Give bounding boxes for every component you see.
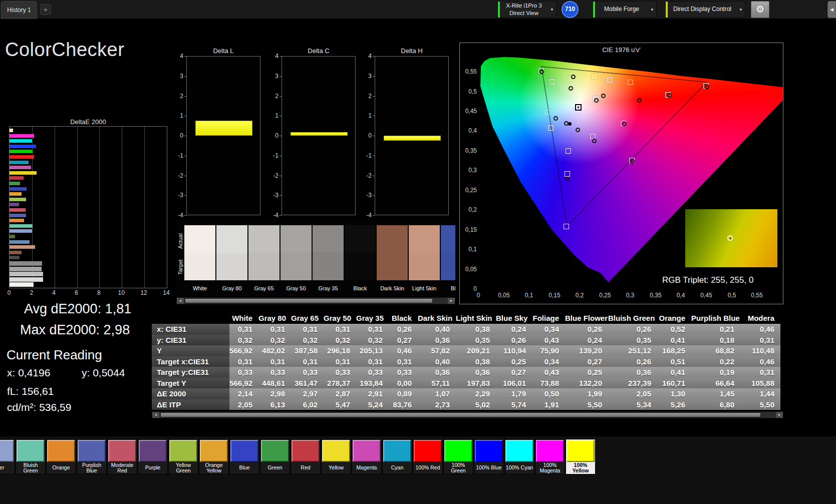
patch-color-swatch	[0, 440, 14, 462]
table-cell: 0,46	[740, 324, 780, 335]
column-header-bluish-green: Bluish Green	[608, 312, 657, 324]
cie-target-square	[565, 171, 570, 177]
tick-mark	[280, 76, 282, 77]
table-row-y-cie31: y: CIE310,320,320,320,320,320,270,360,35…	[152, 335, 783, 346]
patch-button-moderate-red[interactable]: Moderate Red	[107, 439, 137, 474]
patch-button-red[interactable]: Red	[291, 439, 321, 474]
delta-bar	[195, 121, 252, 136]
patch-button-100-yellow[interactable]: 100% Yellow	[566, 439, 596, 474]
deltae-chart-title: DeltaE 2000	[9, 118, 167, 126]
table-cell: 2,05	[608, 388, 657, 399]
patch-button-purplish-blue[interactable]: Purplish Blue	[77, 439, 107, 474]
swatch-gray-65: Gray 65	[248, 225, 280, 295]
patch-button-yellow-green[interactable]: Yellow Green	[168, 439, 198, 474]
table-cell: 0,32	[356, 335, 389, 346]
patch-button-magenta[interactable]: Magenta	[352, 439, 382, 474]
zoom-point-marker	[727, 235, 733, 241]
patch-button-bluish-green[interactable]: Bluish Green	[16, 439, 46, 474]
scroll-thumb[interactable]	[160, 412, 761, 417]
y-axis-tick-label: 3	[361, 73, 372, 80]
patch-button-yellow[interactable]: Yellow	[321, 439, 351, 474]
column-header-dark-skin: Dark Skin	[418, 312, 456, 324]
cie-measured-point	[553, 116, 558, 121]
meter-count-badge[interactable]: 710	[562, 1, 579, 18]
patch-button-orange-yellow[interactable]: Orange Yellow	[199, 439, 229, 474]
patch-toolbar: ▲ « Back Next » ■▶∞↻■ werBluish GreenOra…	[0, 436, 836, 504]
table-cell: 1,45	[691, 388, 740, 399]
deltae-bar-magenta	[10, 166, 31, 169]
pattern-source-dropdown[interactable]: Mobile Forge ▼	[593, 1, 657, 18]
table-cell: 105,88	[740, 378, 780, 389]
top-toolbar: History 1 + X-Rite i1Pro 3 Direct View ▼…	[0, 0, 836, 19]
table-cell: 5,74	[496, 399, 532, 410]
history-tab[interactable]: History 1	[1, 1, 37, 19]
y-axis-tick-label: 4	[172, 53, 183, 60]
patch-button-100-blue[interactable]: 100% Blue	[474, 439, 504, 474]
column-header-black: Black	[389, 312, 418, 324]
swatch-scrollbar[interactable]: ◄►	[176, 297, 455, 304]
patch-button-green[interactable]: Green	[260, 439, 290, 474]
patch-label: Yellow	[322, 462, 351, 473]
settings-button[interactable]: ⚙	[751, 1, 769, 18]
patch-label: Purple	[138, 462, 167, 473]
scroll-right-button[interactable]: ►	[776, 412, 783, 418]
deltae-bar-blue-sky	[10, 240, 30, 244]
table-cell: 0,31	[229, 324, 258, 335]
cie-x-tick-label: 0,15	[548, 292, 560, 299]
deltae-bar-yellow	[10, 171, 37, 175]
table-cell: 1,91	[532, 399, 565, 410]
cie-target-square	[549, 79, 555, 85]
patch-button-100-cyan[interactable]: 100% Cyan	[504, 439, 534, 474]
table-cell: 0,26	[608, 324, 657, 335]
patch-button-wer[interactable]: wer	[0, 439, 15, 474]
table-cell: 1,07	[418, 388, 456, 399]
patch-button-purple[interactable]: Purple	[138, 439, 168, 474]
patch-button-100-green[interactable]: 100% Green	[443, 439, 473, 474]
patch-button-cyan[interactable]: Cyan	[382, 439, 412, 474]
tick-mark	[373, 195, 375, 196]
patch-button-100-red[interactable]: 100% Red	[413, 439, 443, 474]
meter-dropdown[interactable]: X-Rite i1Pro 3 Direct View ▼	[497, 1, 556, 18]
deltae-chart	[9, 126, 167, 288]
swatch-blue: Blue	[441, 225, 455, 295]
collapse-panel-button[interactable]: ◀	[827, 1, 836, 18]
gear-icon: ⚙	[756, 4, 764, 15]
cie-x-tick-label: 0,35	[650, 292, 661, 299]
delta-chart-delta-h: Delta H43210-1-2-3-4	[375, 48, 449, 218]
patch-label: Moderate Red	[108, 462, 137, 473]
patch-button-blue[interactable]: Blue	[229, 439, 259, 474]
patch-button-orange[interactable]: Orange	[46, 439, 76, 474]
patch-button-100-magenta[interactable]: 100% Magenta	[535, 439, 565, 474]
swatch-actual	[313, 225, 344, 253]
tick-mark	[373, 156, 375, 156]
table-scrollbar[interactable]: ◄►	[152, 411, 783, 418]
gridline	[77, 127, 78, 288]
table-cell: 0,31	[740, 335, 780, 346]
column-header-white: White	[229, 312, 258, 324]
cie-zoom-inset	[685, 209, 777, 267]
swatch-gray-50: Gray 50	[281, 225, 312, 295]
deltae-bar-white	[10, 282, 34, 287]
scroll-left-button[interactable]: ◄	[152, 412, 159, 418]
y-axis-tick-label: -1	[172, 152, 183, 159]
column-header-orange: Orange	[657, 312, 691, 324]
cie-x-tick-label: 0,05	[498, 292, 509, 299]
scroll-left-button[interactable]: ◄	[177, 298, 184, 304]
display-control-dropdown[interactable]: Direct Display Control ▼	[665, 1, 745, 18]
deltae-bar-green	[10, 182, 20, 185]
deltae-bar-gray-80	[10, 277, 43, 282]
cie-target-square	[544, 110, 550, 115]
actual-row-label: Actual	[177, 228, 183, 254]
cie-y-tick-label: 0,55	[462, 68, 477, 75]
y-axis-tick-label: 0	[361, 132, 372, 139]
measurement-table: WhiteGray 80Gray 65Gray 50Gray 35BlackDa…	[152, 312, 783, 420]
swatch-label: Gray 50	[281, 285, 312, 291]
scroll-thumb[interactable]	[185, 298, 433, 303]
patch-label: Blue	[230, 462, 259, 473]
add-tab-button[interactable]: +	[40, 4, 51, 15]
pattern-dropdown-label: Mobile Forge	[595, 6, 648, 14]
scroll-right-button[interactable]: ►	[448, 298, 455, 304]
y-axis-tick-label: 1	[172, 112, 183, 119]
swatch-label: Gray 65	[248, 285, 280, 291]
table-cell: 0,32	[324, 335, 356, 346]
